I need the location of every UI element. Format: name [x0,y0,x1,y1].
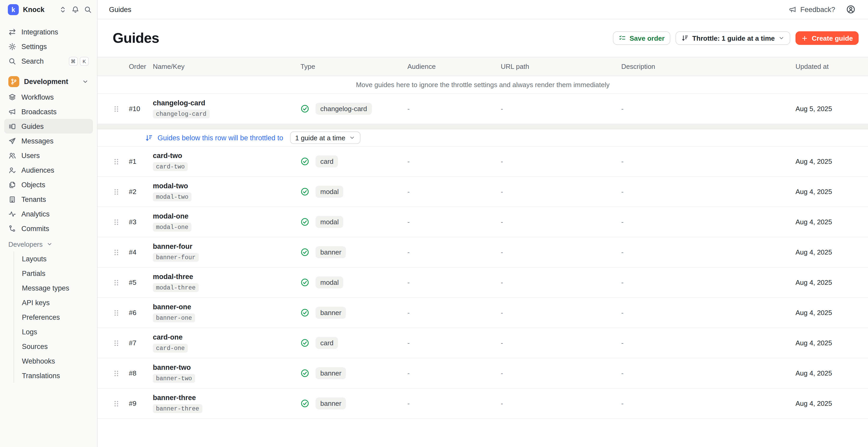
guide-type-badge: banner [316,397,346,410]
developers-section-toggle[interactable]: Developers [4,237,93,251]
guide-order: #2 [129,188,153,196]
table-row[interactable]: #6 banner-onebanner-one banner - - - Aug… [97,298,868,328]
table-row[interactable]: #3 modal-onemodal-one modal - - - Aug 4,… [97,207,868,237]
sidebar-item-audiences[interactable]: Audiences [4,163,93,177]
drag-handle[interactable] [97,218,129,226]
drag-handle[interactable] [97,158,129,165]
guide-audience: - [407,248,501,256]
sidebar-item-integrations[interactable]: Integrations [4,25,93,39]
sidebar-item-search[interactable]: Search ⌘ K [4,54,93,68]
users-icon [8,152,16,159]
kbd-k: K [80,57,89,65]
sidebar-item-translations[interactable]: Translations [14,368,93,383]
guide-type-badge: modal [316,277,343,288]
sidebar-item-guides[interactable]: Guides [4,119,93,133]
guide-type-badge: banner [316,307,346,319]
main-content: Guides Feedback? Guides Save order [97,0,868,447]
sidebar-item-webhooks[interactable]: Webhooks [14,354,93,368]
guide-url-path: - [501,369,621,377]
sidebar-item-users[interactable]: Users [4,148,93,163]
guide-type-badge: modal [316,216,343,228]
table-row[interactable]: #9 banner-threebanner-three banner - - -… [97,389,868,419]
drag-handle[interactable] [97,309,129,316]
guide-name: modal-three [153,273,193,281]
table-row[interactable]: #1 card-twocard-two card - - - Aug 4, 20… [97,147,868,177]
sidebar-item-analytics[interactable]: Analytics [4,206,93,221]
drag-dots-icon [114,249,119,256]
guide-updated-at: Aug 4, 2025 [796,309,868,317]
save-order-button[interactable]: Save order [613,31,670,45]
drag-handle[interactable] [97,105,129,113]
guide-key-badge: modal-three [153,283,199,292]
chevron-down-icon [82,78,89,85]
feedback-button[interactable]: Feedback? [789,5,835,13]
sidebar-item-objects[interactable]: Objects [4,177,93,192]
guide-updated-at: Aug 4, 2025 [796,218,868,226]
throttle-settings-button[interactable]: Throttle: 1 guide at a time [676,31,790,45]
sidebar-item-messages[interactable]: Messages [4,133,93,148]
list-checks-icon [619,34,626,42]
notifications-bell-icon[interactable] [71,6,79,13]
workspace-selector-icon[interactable] [59,6,67,13]
guide-type-badge: changelog-card [316,103,372,115]
table-row[interactable]: #5 modal-threemodal-three modal - - - Au… [97,267,868,298]
guide-type-badge: banner [316,246,346,258]
sidebar-item-logs[interactable]: Logs [14,324,93,339]
table-row[interactable]: #8 banner-twobanner-two banner - - - Aug… [97,358,868,389]
column-header-audience: Audience [407,63,501,70]
search-icon[interactable] [84,6,92,13]
sidebar-item-message-types[interactable]: Message types [14,281,93,295]
breadcrumb[interactable]: Guides [109,5,131,13]
drag-dots-icon [114,309,119,316]
guide-updated-at: Aug 5, 2025 [796,105,868,113]
guide-description: - [621,400,796,407]
guide-order: #3 [129,218,153,226]
table-row[interactable]: #7 card-onecard-one card - - - Aug 4, 20… [97,328,868,358]
knock-logo: k [8,4,19,15]
sidebar-item-api-keys[interactable]: API keys [14,295,93,310]
guide-key-badge: changelog-card [153,109,210,118]
table-row[interactable]: #2 modal-twomodal-two modal - - - Aug 4,… [97,177,868,207]
guides-panel-icon [8,122,16,130]
table-row[interactable]: #4 banner-fourbanner-four banner - - - A… [97,237,868,267]
status-check-icon [301,157,309,166]
drag-handle[interactable] [97,339,129,347]
environment-switcher[interactable]: Development [4,73,93,90]
sidebar-item-sources[interactable]: Sources [14,339,93,354]
guide-name: banner-three [153,394,196,402]
chevron-down-icon [46,241,53,247]
sidebar-item-partials[interactable]: Partials [14,266,93,281]
guide-key-badge: card-two [153,162,188,171]
guide-description: - [621,309,796,317]
topbar: Guides Feedback? [97,0,868,19]
page-header: Guides Save order Throttle: 1 guide at a… [97,19,868,57]
sidebar-item-settings[interactable]: Settings [4,39,93,54]
guide-description: - [621,279,796,286]
table-row[interactable]: #10 changelog-card changelog-card change… [97,94,868,124]
sidebar-item-layouts[interactable]: Layouts [14,251,93,266]
create-guide-button[interactable]: Create guide [796,31,859,45]
sidebar-item-preferences[interactable]: Preferences [14,310,93,324]
user-menu-button[interactable] [846,5,856,14]
kbd-cmd: ⌘ [69,57,78,65]
throttle-limit-select[interactable]: 1 guide at a time [290,131,361,144]
drag-handle[interactable] [97,400,129,407]
drag-handle[interactable] [97,279,129,286]
drag-dots-icon [114,188,119,195]
sidebar-item-commits[interactable]: Commits [4,221,93,236]
chevron-down-icon [349,134,355,141]
drag-handle[interactable] [97,370,129,377]
paper-plane-icon [8,137,16,145]
sidebar-item-workflows[interactable]: Workflows [4,90,93,104]
developers-sublist: Layouts Partials Message types API keys … [13,251,93,383]
drag-handle[interactable] [97,249,129,256]
drag-handle[interactable] [97,188,129,195]
workspace-switcher[interactable]: k Knock [0,0,97,19]
sidebar: k Knock Integrations Settings Search [0,0,97,447]
sort-descending-icon [145,134,153,141]
section-separator [97,124,868,129]
sidebar-item-broadcasts[interactable]: Broadcasts [4,104,93,119]
gear-icon [8,42,16,50]
sidebar-item-tenants[interactable]: Tenants [4,192,93,206]
guide-key-badge: modal-one [153,223,191,232]
